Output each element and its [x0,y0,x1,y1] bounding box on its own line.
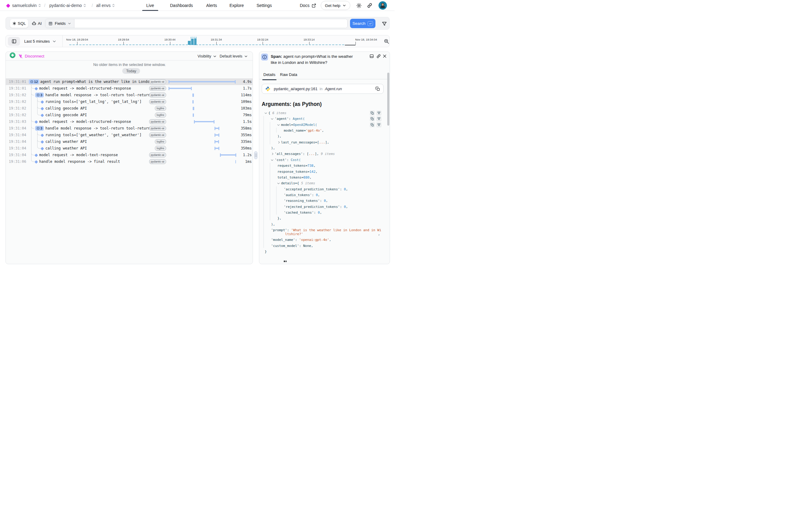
visibility-dropdown[interactable]: Visibility [197,52,217,60]
code-line: ), [259,146,386,151]
search-query-input[interactable] [74,19,347,28]
filter-value-button[interactable] [376,122,382,127]
copy-value-button[interactable] [370,122,375,127]
trace-row[interactable]: 19:31:04calling weather APIlogfire350ms [6,145,253,152]
scrollbar-thumb[interactable] [387,73,389,126]
breadcrumb-org[interactable]: samuelcolvin [12,0,41,11]
source-location-card[interactable]: pydantic_ai/agent.py:161 in Agent.run [262,84,384,94]
sql-mode-button[interactable]: SQL [10,19,28,28]
enter-key-icon [368,21,373,26]
gantt-bar [220,153,236,157]
copy-link-icon[interactable] [376,54,381,58]
span-diamond-icon [41,100,44,103]
trace-row[interactable]: 19:31:03model request -> model-structure… [6,118,253,125]
time-range-dropdown[interactable]: Last 5 minutes [24,35,56,47]
copy-value-button[interactable] [370,116,375,121]
trace-row[interactable]: 19:31:0112agent run prompt=What is the w… [6,78,253,85]
trace-row-label: calling weather API [45,145,153,152]
code-line-text: model_name='gpt-4o', [259,128,324,133]
code-line-text: 'accepted_prediction_tokens': 0, [259,187,348,192]
code-line-text: 'agent': Agent( [259,116,305,121]
trace-row-time: 19:31:04 [9,152,26,158]
collapse-count-pill[interactable]: 3 [35,126,44,131]
share-link-icon[interactable] [367,0,372,11]
get-help-button[interactable]: Get help [321,1,350,10]
filter-value-button[interactable] [376,111,382,116]
histogram-bar[interactable] [194,38,197,45]
trace-row-duration: 4.9s [243,78,252,85]
visibility-label: Visibility [197,54,211,58]
trace-row[interactable]: 19:31:04calling weather APIlogfire335ms [6,138,253,145]
span-diamond-icon [35,87,38,90]
breadcrumb-project[interactable]: pydantic-ai-demo [49,0,86,11]
histogram-bar[interactable] [191,39,194,45]
filter-icon[interactable] [380,20,388,27]
trace-row-time: 19:31:02 [9,92,26,98]
gantt-bar [169,80,236,83]
span-diamond-icon [41,107,44,110]
code-line: total_tokens=880, [259,175,386,180]
trace-rows: 19:31:0112agent run prompt=What is the w… [6,78,253,165]
nav-tab-live[interactable]: Live [147,0,154,11]
collapse-count-pill[interactable]: 3 [35,93,44,97]
sidebar-toggle-button[interactable] [8,37,20,46]
search-button[interactable]: Search [350,19,376,28]
code-line: 'rejected_prediction_tokens': 0, [259,205,386,209]
live-indicator-button[interactable] [10,52,15,58]
trace-row[interactable]: 19:31:02calling geocode APIlogfire79ms [6,112,253,118]
tab-raw-data[interactable]: Raw Data [280,72,297,79]
today-pill[interactable]: Today [122,68,140,74]
user-avatar[interactable] [379,1,387,10]
today-label: Today [126,69,136,73]
breadcrumb-env[interactable]: all envs [96,0,115,11]
tag-pill: pydantic-ai [149,153,166,158]
trace-row[interactable]: 19:31:06handle model response -> final r… [6,158,253,165]
trace-row-time: 19:31:04 [9,145,26,152]
trace-row[interactable]: 19:31:023handle model response -> tool-r… [6,92,253,98]
info-icon [261,54,268,60]
code-line: 'agent': Agent( [259,116,386,121]
trace-row[interactable]: 19:31:043handle model response -> tool-r… [6,125,253,132]
logfire-logo-icon[interactable] [6,4,10,8]
code-line-text: ltshire?' [259,232,303,236]
trace-row-label: agent run prompt=What is the weather lik… [40,78,153,85]
trace-row-time: 19:31:01 [9,85,26,92]
ai-button-label: AI [38,21,42,26]
docs-label: Docs [300,3,309,8]
nav-tab-alerts[interactable]: Alerts [206,0,217,11]
indent-guide [264,116,264,248]
histogram-bar[interactable] [188,41,191,45]
ai-mode-button[interactable]: AI [31,19,43,28]
copy-value-button[interactable] [370,111,375,116]
close-icon[interactable] [382,54,387,58]
collapse-count-pill[interactable]: 12 [29,79,40,84]
time-range-label: Last 5 minutes [24,39,50,43]
copy-icon[interactable] [376,87,380,91]
code-line-text: response_tokens=142, [259,169,317,174]
nav-tab-dashboards[interactable]: Dashboards [170,0,193,11]
trace-row[interactable]: 19:31:01model request -> model-structure… [6,85,253,92]
docs-link[interactable]: Docs [300,0,316,11]
code-line: last_run_messages=[...], [259,140,386,145]
disconnect-button[interactable]: Disconnect [18,52,44,60]
default-levels-dropdown[interactable]: Default levels [219,52,248,60]
tag-pill: pydantic-ai [149,99,166,104]
trace-row[interactable]: 19:31:04running tools=['get_weather', 'g… [6,132,253,138]
nav-tab-explore[interactable]: Explore [230,0,244,11]
dock-panel-icon[interactable] [369,54,374,58]
code-line-text: 'custom_model': None, [259,244,313,248]
theme-toggle-icon[interactable] [356,0,362,11]
tree-elbow [31,125,35,129]
trace-row[interactable]: 19:31:04model request -> model-text-resp… [6,152,253,158]
nav-tab-settings[interactable]: Settings [256,0,272,11]
filter-value-button[interactable] [376,116,382,121]
panel-resize-handle[interactable] [254,151,257,159]
chevron-down-icon [68,22,71,25]
trace-row[interactable]: 19:31:02running tools=['get_lat_lng', 'g… [6,98,253,105]
tab-details[interactable]: Details [264,72,275,79]
zoom-in-icon[interactable] [382,37,390,45]
trace-row[interactable]: 19:31:02calling geocode APIlogfire103ms [6,105,253,112]
python-icon [265,86,270,91]
fields-dropdown[interactable]: Fields [45,19,74,28]
tree-elbow [37,131,41,135]
